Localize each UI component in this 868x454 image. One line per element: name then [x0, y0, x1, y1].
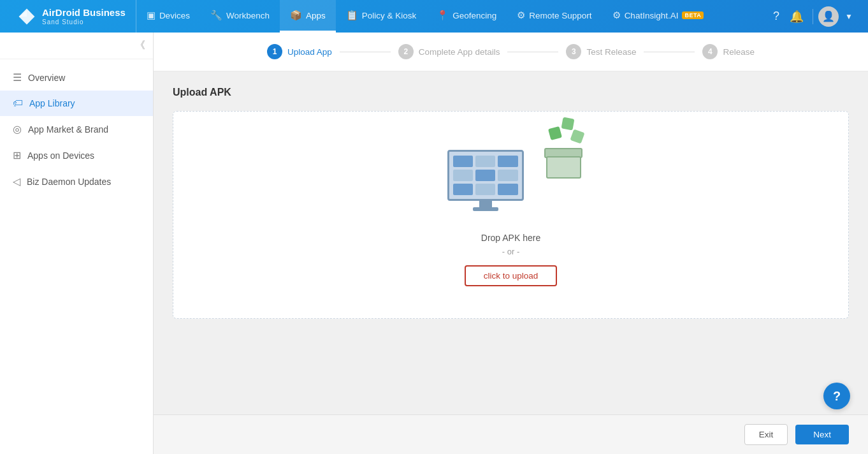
- content-area: 1 Upload App 2 Complete App details 3: [154, 33, 868, 454]
- upload-dropzone[interactable]: Drop APK here - or - click to upload: [173, 111, 849, 319]
- logo[interactable]: AirDroid Business Sand Studio: [6, 0, 136, 33]
- nav-policy-kiosk[interactable]: 📋 Policy & Kiosk: [336, 0, 427, 33]
- nav-workbench[interactable]: 🔧 Workbench: [200, 0, 280, 33]
- sidebar-apps-on-devices-label: Apps on Devices: [27, 150, 94, 161]
- step-4: 4 Release: [702, 44, 755, 59]
- step-3-label: Test Release: [586, 47, 636, 57]
- user-dropdown-icon[interactable]: ▼: [841, 8, 857, 25]
- step-3-circle: 3: [566, 44, 581, 59]
- step-4-circle: 4: [702, 44, 718, 59]
- devices-icon: ▣: [147, 10, 156, 21]
- nav-remote-support[interactable]: ⚙ Remote Support: [507, 0, 602, 33]
- svg-marker-1: [19, 11, 27, 17]
- package-illustration: [546, 147, 581, 179]
- monitor-illustration: [447, 150, 524, 211]
- step-connector-3: [644, 52, 695, 52]
- remote-support-icon: ⚙: [517, 10, 525, 21]
- nav-geofencing-label: Geofencing: [452, 11, 496, 20]
- workbench-icon: 🔧: [210, 10, 222, 21]
- logo-icon: [17, 6, 37, 27]
- app-market-icon: ◎: [13, 123, 22, 135]
- nav-policy-label: Policy & Kiosk: [362, 11, 417, 20]
- collapse-button[interactable]: 《: [135, 39, 145, 52]
- avatar[interactable]: 👤: [818, 6, 839, 27]
- nav-remote-support-label: Remote Support: [529, 11, 591, 20]
- page-footer: Exit Next: [154, 414, 868, 454]
- apps-icon: 📦: [290, 10, 302, 21]
- sidebar-item-overview[interactable]: ☰ Overview: [0, 64, 153, 91]
- nav-devices-label: Devices: [159, 11, 190, 20]
- logo-sub: Sand Studio: [42, 18, 126, 26]
- section-title: Upload APK: [173, 87, 849, 98]
- step-3: 3 Test Release: [566, 44, 636, 59]
- help-fab-icon: ?: [833, 389, 841, 404]
- app-library-icon: 🏷: [13, 98, 23, 109]
- upload-illustration: [428, 143, 594, 220]
- nav-divider: [813, 9, 813, 24]
- exit-button[interactable]: Exit: [744, 424, 788, 445]
- main-layout: 《 ☰ Overview 🏷 App Library ◎ App Market …: [0, 33, 868, 454]
- overview-icon: ☰: [13, 71, 22, 84]
- sidebar-item-app-library[interactable]: 🏷 App Library: [0, 91, 153, 116]
- nav-workbench-label: Workbench: [226, 11, 270, 20]
- stepper: 1 Upload App 2 Complete App details 3: [267, 44, 755, 59]
- nav-apps-label: Apps: [306, 11, 326, 20]
- click-to-upload-button[interactable]: click to upload: [465, 265, 558, 286]
- help-icon[interactable]: ?: [769, 6, 783, 27]
- step-4-label: Release: [723, 47, 755, 57]
- step-1: 1 Upload App: [267, 44, 332, 59]
- sidebar: 《 ☰ Overview 🏷 App Library ◎ App Market …: [0, 33, 154, 454]
- sidebar-overview-label: Overview: [28, 73, 65, 83]
- sidebar-item-app-market[interactable]: ◎ App Market & Brand: [0, 116, 153, 142]
- sidebar-item-biz-daemon[interactable]: ◁ Biz Daemon Updates: [0, 168, 153, 194]
- geofencing-icon: 📍: [437, 10, 449, 21]
- top-navigation: AirDroid Business Sand Studio ▣ Devices …: [0, 0, 868, 33]
- step-connector-1: [340, 52, 391, 52]
- sidebar-collapse-area: 《: [0, 33, 153, 59]
- page-content: Upload APK: [154, 71, 868, 414]
- beta-badge: BETA: [682, 11, 704, 19]
- nav-geofencing[interactable]: 📍 Geofencing: [426, 0, 507, 33]
- chatinsight-icon: ⚙: [612, 10, 621, 21]
- step-2-label: Complete App details: [419, 47, 500, 57]
- or-text: - or -: [502, 247, 519, 256]
- apps-on-devices-icon: ⊞: [13, 149, 21, 161]
- step-1-label: Upload App: [287, 47, 332, 57]
- nav-apps[interactable]: 📦 Apps: [280, 0, 336, 33]
- step-connector-2: [507, 52, 558, 52]
- nav-right: ? 🔔 👤 ▼: [769, 6, 862, 27]
- next-button[interactable]: Next: [795, 425, 849, 444]
- sidebar-item-apps-on-devices[interactable]: ⊞ Apps on Devices: [0, 142, 153, 168]
- biz-daemon-icon: ◁: [13, 175, 20, 187]
- step-2-circle: 2: [398, 44, 414, 59]
- step-2: 2 Complete App details: [398, 44, 500, 59]
- sidebar-app-library-label: App Library: [29, 98, 75, 108]
- nav-devices[interactable]: ▣ Devices: [136, 0, 200, 33]
- nav-chatinsight-label: ChatInsight.AI: [625, 11, 679, 20]
- step-1-circle: 1: [267, 44, 282, 59]
- notification-icon[interactable]: 🔔: [786, 6, 807, 27]
- sidebar-menu: ☰ Overview 🏷 App Library ◎ App Market & …: [0, 59, 153, 200]
- sidebar-biz-daemon-label: Biz Daemon Updates: [27, 177, 111, 187]
- stepper-bar: 1 Upload App 2 Complete App details 3: [154, 33, 868, 71]
- logo-brand: AirDroid Business: [42, 7, 126, 18]
- nav-chatinsight[interactable]: ⚙ ChatInsight.AI BETA: [602, 0, 714, 33]
- policy-icon: 📋: [346, 10, 358, 21]
- sidebar-app-market-label: App Market & Brand: [28, 124, 108, 135]
- help-fab-button[interactable]: ?: [823, 383, 850, 409]
- nav-items: ▣ Devices 🔧 Workbench 📦 Apps 📋 Policy & …: [136, 0, 769, 33]
- drop-text: Drop APK here: [481, 233, 540, 243]
